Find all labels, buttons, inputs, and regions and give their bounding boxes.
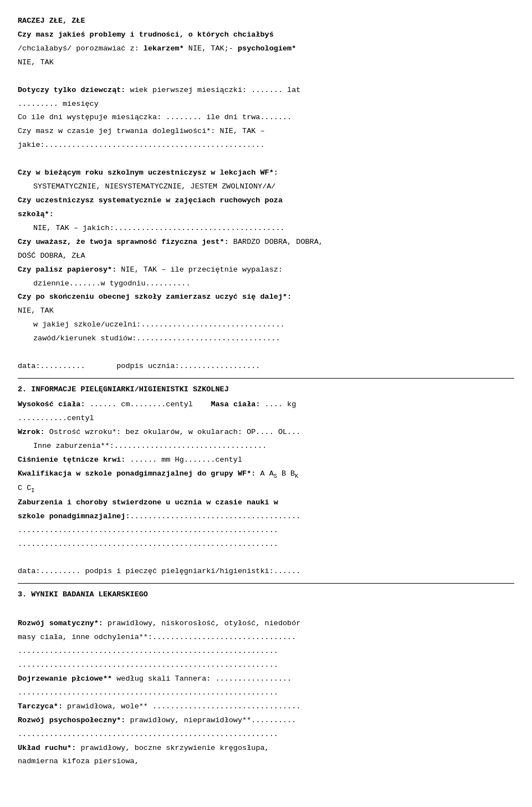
line-wzrok: Wzrok: Ostrość wzroku*: bez okularów, w … xyxy=(18,427,514,438)
line-problemy-1: Czy masz jakieś problemy i trudności, o … xyxy=(18,29,514,41)
line-rozwoj-somatyczny: Rozwój somatyczny*: prawidłowy, niskoros… xyxy=(18,618,514,630)
line-problemy-2: /chciałabyś/ porozmawiać z: lekarzem* NI… xyxy=(18,43,514,55)
line-papierosy: Czy palisz papierosy*: NIE, TAK – ile pr… xyxy=(18,264,514,276)
line-jaka-szkola: w jakiej szkole/uczelni:................… xyxy=(33,319,514,331)
line-palenie-ilosc: dziennie.......w tygodniu.......... xyxy=(33,278,514,290)
line-szkola-dalej-odp: NIE, TAK xyxy=(18,305,514,317)
line-kwalifikacja-cc: C CI xyxy=(18,483,514,495)
line-cisnienie: Ciśnienie tętnicze krwi: ...... mm Hg...… xyxy=(18,454,514,466)
line-rozwoj-psycho-dots: ........................................… xyxy=(18,729,514,740)
divider-2 xyxy=(18,583,514,584)
line-zaburzenia-2: szkole ponadgimnazjalnej:...............… xyxy=(18,511,514,523)
line-blank-2 xyxy=(18,154,514,165)
line-sprawnosc-2: DOŚĆ DOBRA, ZŁA xyxy=(18,251,514,262)
line-zaburzenia-1: Zaburzenia i choroby stwierdzone u uczni… xyxy=(18,497,514,509)
line-dziewczat: Dotyczy tylko dziewcząt: wiek pierwszej … xyxy=(18,85,514,96)
line-dojrzewanie-dots: ........................................… xyxy=(18,687,514,699)
line-kifoza: nadmierna kifoza piersiowa, xyxy=(18,756,514,768)
line-blank-5 xyxy=(18,604,514,616)
line-wysokosc-masa: Wysokość ciała: ...... cm........centyl … xyxy=(18,399,514,411)
line-zawod: zawód/kierunek studiów:.................… xyxy=(33,333,514,345)
line-rozwoj-dots-1: ........................................… xyxy=(18,646,514,657)
line-dojrzewanie: Dojrzewanie płciowe** według skali Tanne… xyxy=(18,673,514,685)
line-miesiaczka-dni: Co ile dni występuje miesiączka: .......… xyxy=(18,112,514,124)
line-kwalifikacja: Kwalifikacja w szkole ponadgimnazjalnej … xyxy=(18,468,514,481)
line-uklad-ruchu: Układ ruchu*: prawidłowy, boczne skrzywi… xyxy=(18,743,514,754)
line-rozwoj-masy: masy ciała, inne odchylenia**:..........… xyxy=(18,632,514,643)
line-masa-centyl: ...........centyl xyxy=(18,413,514,425)
line-szkola-dalej: Czy po skończeniu obecnej szkoły zamierz… xyxy=(18,292,514,303)
line-sprawnosc: Czy uważasz, że twoja sprawność fizyczna… xyxy=(18,237,514,248)
line-zajecia-2: szkołą*: xyxy=(18,209,514,221)
line-rozwoj-psycho: Rozwój psychospołeczny*: prawidłowy, nie… xyxy=(18,715,514,727)
line-zaburzenia-dots-2: ........................................… xyxy=(18,539,514,550)
divider-1 xyxy=(18,378,514,379)
line-zaburzenia-dots-1: ........................................… xyxy=(18,525,514,537)
line-blank-4 xyxy=(18,553,514,564)
line-dolegliwosci: Czy masz w czasie jej trwania dolegliwoś… xyxy=(18,126,514,137)
line-blank-1 xyxy=(18,71,514,83)
section-2-header: 2. INFORMACJE PIELĘGNIARKI/HIGIENISTKI S… xyxy=(18,384,514,396)
line-wf: Czy w bieżącym roku szkolnym uczestniczy… xyxy=(18,167,514,179)
line-data-podpis-uczen: data:.......... podpis ucznia:..........… xyxy=(18,361,514,372)
line-raczej-zle: RACZEJ ZŁE, ZŁE xyxy=(18,16,514,27)
line-data-pielegniarki: data:......... podpis i pieczęć pielęgni… xyxy=(18,566,514,578)
line-wf-opcje: SYSTEMATYCZNIE, NIESYSTEMATYCZNIE, JESTE… xyxy=(33,181,514,193)
line-wzrok-inne: Inne zaburzenia**:......................… xyxy=(33,441,514,452)
line-jakie: jakie:..................................… xyxy=(18,140,514,151)
line-blank-3 xyxy=(18,347,514,359)
line-tarczyca: Tarczyca*: prawidłowa, wole** ..........… xyxy=(18,701,514,713)
page-content: RACZEJ ZŁE, ZŁE Czy masz jakieś problemy… xyxy=(18,16,514,768)
line-zajecia-jakich: NIE, TAK – jakich:......................… xyxy=(33,223,514,234)
line-problemy-3: NIE, TAK xyxy=(18,57,514,69)
line-zajecia-1: Czy uczestniczysz systematycznie w zajęc… xyxy=(18,195,514,207)
section-3-header: 3. WYNIKI BADANIA LEKARSKIEGO xyxy=(18,589,514,601)
line-miesiace: ......... miesięcy xyxy=(18,99,514,110)
line-rozwoj-dots-2: ........................................… xyxy=(18,660,514,671)
